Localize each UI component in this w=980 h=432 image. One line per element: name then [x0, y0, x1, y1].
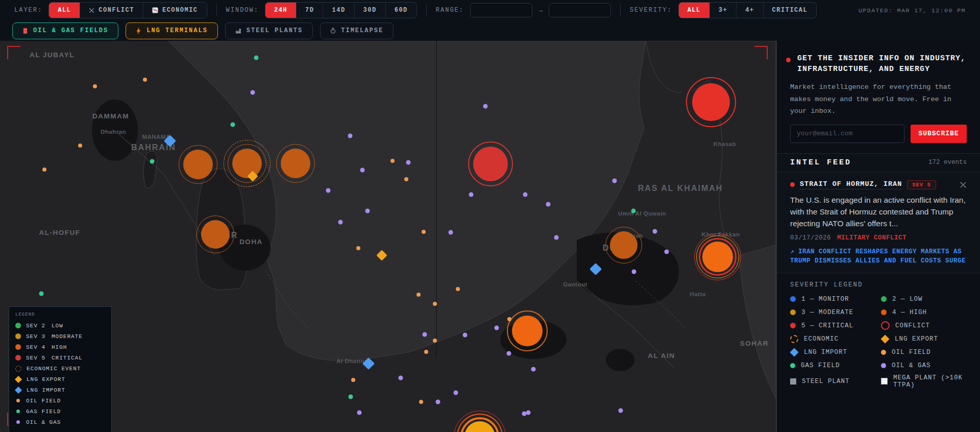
layer-option-conflict[interactable]: CONFLICT	[80, 3, 143, 18]
event-marker-high-economic[interactable]	[232, 149, 262, 178]
oil-field-dot[interactable]	[507, 317, 511, 321]
oil-gas-dot[interactable]	[326, 188, 331, 193]
dot-sev5	[15, 355, 21, 361]
range-start-input[interactable]	[470, 3, 532, 17]
oil-gas-dot[interactable]	[469, 193, 474, 197]
oil-gas-dot[interactable]	[357, 411, 362, 415]
oil-gas-dot[interactable]	[612, 179, 617, 183]
dot-high	[881, 309, 887, 315]
oil-gas-dot[interactable]	[483, 104, 488, 109]
oil-gas-dot[interactable]	[653, 229, 657, 234]
severity-option-critical[interactable]: CRITICAL	[764, 3, 817, 18]
layer-option-economic[interactable]: ECONOMIC	[143, 3, 207, 18]
oil-field-dot[interactable]	[390, 159, 395, 163]
severity-label: SEVERITY:	[630, 7, 672, 14]
severity-legend-item-2-low: 2 — LOW	[881, 295, 967, 304]
oil-gas-dot[interactable]	[338, 220, 343, 225]
event-marker-high[interactable]	[281, 149, 310, 178]
swords-icon	[89, 8, 94, 13]
layer-option-all[interactable]: ALL	[49, 3, 80, 18]
intel-feed-card[interactable]: STRAIT OF HORMUZ, IRAN SEV 5 The U.S. is…	[777, 172, 980, 273]
oil-gas-dot[interactable]	[360, 168, 365, 173]
event-marker-conflict[interactable]	[702, 242, 733, 272]
window-option-7d[interactable]: 7D	[297, 3, 323, 18]
window-option-24h[interactable]: 24H	[265, 3, 297, 18]
severity-badge: SEV 5	[907, 180, 936, 189]
oil-gas-dot[interactable]	[406, 160, 411, 165]
oil-field-dot[interactable]	[42, 167, 46, 172]
gas-field-dot[interactable]	[631, 209, 636, 213]
feed-card-link[interactable]: ↗ IRAN CONFLICT RESHAPES ENERGY MARKETS …	[790, 247, 967, 266]
oil-field-dot[interactable]	[433, 302, 437, 306]
oil-field-dot[interactable]	[356, 246, 360, 250]
oil-field-dot[interactable]	[433, 339, 437, 343]
oil-gas-dot[interactable]	[507, 351, 511, 356]
oil-field-dot[interactable]	[404, 177, 408, 181]
severity-option-4[interactable]: 4+	[737, 3, 763, 18]
event-marker-high[interactable]	[201, 220, 230, 249]
window-option-60d[interactable]: 60D	[386, 3, 416, 18]
gas-field-dot[interactable]	[150, 159, 155, 164]
feed-card-date: 03/17/2026	[790, 234, 831, 242]
event-marker-high[interactable]	[610, 231, 638, 259]
legend-item-economic-event: ECONOMIC EVENT	[15, 363, 105, 374]
map-label-khor-fakkan: Khor Fakkan	[701, 231, 740, 237]
map-canvas[interactable]: AL JUBAYLDAMMAMDhahranMANAMABAHRAINAL-HO…	[0, 41, 776, 432]
gas-field-dot[interactable]	[231, 123, 235, 127]
event-marker-high[interactable]	[183, 150, 213, 179]
oil-gas-dot[interactable]	[665, 250, 669, 254]
map-legend-title: LEGEND	[15, 312, 105, 317]
severity-option-all[interactable]: ALL	[679, 3, 710, 18]
oil-gas-dot[interactable]	[554, 235, 559, 240]
oil-gas-dot[interactable]	[436, 400, 440, 404]
subscribe-button[interactable]: SUBSCRIBE	[911, 125, 967, 143]
range-end-input[interactable]	[549, 3, 611, 17]
gas-field-dot[interactable]	[254, 56, 259, 60]
gas-field-dot[interactable]	[349, 395, 353, 399]
oil-field-dot[interactable]	[78, 143, 82, 148]
layer-toggle-timelapse[interactable]: TIMELAPSE	[320, 22, 394, 39]
layer-toggle-steel-plants[interactable]: STEEL PLANTS	[225, 22, 313, 39]
oil-gas-dot[interactable]	[399, 376, 403, 380]
email-input[interactable]	[790, 125, 904, 143]
window-option-30d[interactable]: 30D	[355, 3, 386, 18]
oil-gas-dot[interactable]	[449, 230, 453, 235]
oil-gas-dot[interactable]	[632, 270, 636, 274]
oil-gas-dot[interactable]	[546, 202, 551, 207]
oil-field-dot[interactable]	[143, 78, 147, 82]
oil-gas-dot[interactable]	[526, 411, 531, 415]
severity-option-3[interactable]: 3+	[710, 3, 737, 18]
layer-toggle-lng-terminals[interactable]: LNG TERMINALS	[126, 22, 218, 39]
oil-gas-dot[interactable]	[463, 333, 468, 338]
oil-gas-dot[interactable]	[454, 391, 458, 395]
ring-economic	[790, 335, 798, 343]
top-toolbar: LAYER: ALLCONFLICTECONOMIC WINDOW: 24H7D…	[0, 0, 980, 20]
dot-sev4	[15, 344, 21, 350]
oil-field-dot[interactable]	[456, 287, 460, 291]
oil-gas-dot[interactable]	[531, 367, 536, 372]
oil-field-dot[interactable]	[422, 230, 426, 234]
layer-filter: LAYER: ALLCONFLICTECONOMIC	[14, 2, 207, 18]
oil-gas-dot[interactable]	[251, 90, 255, 95]
gas-field-dot[interactable]	[39, 292, 44, 296]
oil-gas-dot[interactable]	[365, 209, 370, 213]
timer-icon	[330, 28, 336, 34]
oil-gas-dot[interactable]	[423, 332, 427, 337]
oil-gas-dot[interactable]	[348, 134, 353, 138]
legend-item-sev-5: SEV 5CRITICAL	[15, 352, 105, 363]
oil-field-dot[interactable]	[424, 350, 428, 354]
event-marker-critical[interactable]	[473, 147, 508, 181]
oil-field-dot[interactable]	[93, 84, 97, 88]
oil-gas-dot[interactable]	[619, 409, 623, 413]
window-option-14d[interactable]: 14D	[323, 3, 354, 18]
oil-field-dot[interactable]	[351, 378, 355, 382]
oil-gas-dot[interactable]	[495, 326, 499, 330]
oil-field-dot[interactable]	[416, 293, 421, 297]
feed-card-category: MILITARY CONFLICT	[837, 234, 906, 242]
layer-toggle-oil-gas-fields[interactable]: OIL & GAS FIELDS	[12, 22, 118, 39]
event-marker-high[interactable]	[512, 316, 543, 346]
oil-field-dot[interactable]	[419, 400, 423, 404]
feed-card-title[interactable]: STRAIT OF HORMUZ, IRAN	[800, 180, 902, 189]
event-marker-critical[interactable]	[692, 83, 730, 121]
oil-gas-dot[interactable]	[523, 193, 528, 197]
